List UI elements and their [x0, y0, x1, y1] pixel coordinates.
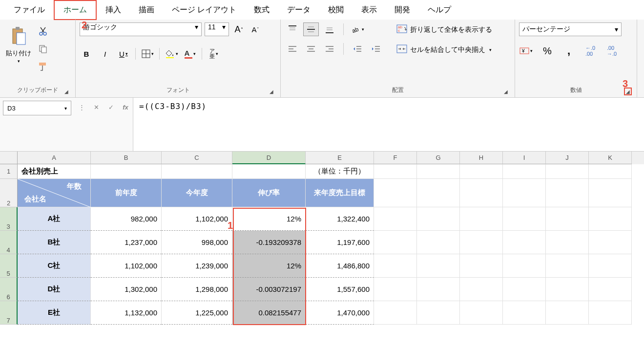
font-name-select[interactable]: 游ゴシック ▾	[80, 22, 202, 36]
italic-button[interactable]: I	[98, 47, 112, 61]
cell[interactable]	[589, 278, 632, 301]
menu-review[interactable]: 校閲	[319, 1, 353, 19]
copy-icon[interactable]	[36, 43, 50, 55]
cell-company[interactable]: B社	[18, 231, 91, 254]
align-right-icon[interactable]	[322, 42, 337, 56]
accounting-format-button[interactable]: ¥▾	[519, 44, 533, 58]
borders-button[interactable]: ▾	[141, 47, 154, 61]
menu-formulas[interactable]: 数式	[245, 1, 278, 19]
font-launcher[interactable]: ◢	[268, 88, 275, 95]
cell-title[interactable]: 会社別売上	[18, 164, 91, 179]
bold-button[interactable]: B	[80, 47, 93, 61]
cell-header-corner[interactable]: 年数 会社名	[18, 179, 91, 207]
align-top-icon[interactable]	[285, 22, 300, 36]
cell[interactable]	[503, 301, 546, 325]
menu-page-layout[interactable]: ページ レイアウト	[163, 1, 245, 19]
cell-target[interactable]: 1,322,400	[306, 207, 374, 231]
cell[interactable]	[162, 164, 232, 179]
cell[interactable]	[460, 179, 503, 207]
menu-draw[interactable]: 描画	[130, 1, 163, 19]
col-header-rate[interactable]: 伸び率	[232, 179, 306, 207]
cell-curr[interactable]: 1,225,000	[162, 301, 232, 325]
cell[interactable]	[546, 278, 589, 301]
cell[interactable]	[589, 179, 632, 207]
cell[interactable]	[374, 207, 417, 231]
col-header-A[interactable]: A	[18, 152, 91, 164]
col-header-G[interactable]: G	[417, 152, 460, 164]
phonetic-button[interactable]: ア亜▾	[207, 47, 221, 61]
col-header-I[interactable]: I	[503, 152, 546, 164]
cell[interactable]	[503, 207, 546, 231]
cell-target[interactable]: 1,486,800	[306, 254, 374, 278]
cell-prev[interactable]: 982,000	[91, 207, 162, 231]
orientation-button[interactable]: ab▾	[350, 22, 365, 36]
cell[interactable]	[374, 254, 417, 278]
cell[interactable]	[546, 207, 589, 231]
menu-developer[interactable]: 開発	[386, 1, 419, 19]
select-all-corner[interactable]	[0, 152, 18, 164]
font-color-button[interactable]: A▾	[183, 47, 197, 61]
col-header-B[interactable]: B	[91, 152, 162, 164]
cut-icon[interactable]	[36, 25, 50, 37]
row-header[interactable]: 7	[0, 301, 18, 325]
fx-icon[interactable]: fx	[120, 102, 131, 112]
cell[interactable]	[460, 231, 503, 254]
menu-home[interactable]: ホーム	[54, 0, 97, 20]
merge-center-button[interactable]: セルを結合して中央揃え ▾	[394, 43, 495, 57]
cell[interactable]	[460, 301, 503, 325]
col-header-prev[interactable]: 前年度	[91, 179, 162, 207]
cell[interactable]	[589, 231, 632, 254]
comma-button[interactable]: ,	[562, 44, 576, 58]
decrease-font-icon[interactable]: A˅	[249, 22, 262, 36]
percent-button[interactable]: %	[540, 44, 554, 58]
cell[interactable]	[374, 278, 417, 301]
cell[interactable]	[374, 164, 417, 179]
col-header-E[interactable]: E	[306, 152, 374, 164]
cell-curr[interactable]: 1,298,000	[162, 278, 232, 301]
cell[interactable]	[503, 179, 546, 207]
cell-target[interactable]: 1,557,600	[306, 278, 374, 301]
font-size-select[interactable]: 11 ▾	[205, 22, 229, 36]
cell[interactable]	[503, 254, 546, 278]
cell-company[interactable]: C社	[18, 254, 91, 278]
name-box[interactable]: D3▾	[3, 101, 71, 115]
menu-file[interactable]: ファイル	[5, 1, 54, 19]
col-header-K[interactable]: K	[589, 152, 632, 164]
align-middle-icon[interactable]	[303, 22, 319, 36]
cell[interactable]	[503, 278, 546, 301]
wrap-text-button[interactable]: abc 折り返して全体を表示する	[394, 22, 495, 37]
cell[interactable]	[546, 179, 589, 207]
cell[interactable]	[417, 164, 460, 179]
col-header-curr[interactable]: 今年度	[162, 179, 232, 207]
cell[interactable]	[460, 254, 503, 278]
cell[interactable]	[589, 164, 632, 179]
menu-insert[interactable]: 挿入	[97, 1, 130, 19]
col-header-target[interactable]: 来年度売上目標	[306, 179, 374, 207]
cell-prev[interactable]: 1,302,000	[91, 278, 162, 301]
cell-company[interactable]: E社	[18, 301, 91, 325]
col-header-C[interactable]: C	[162, 152, 232, 164]
cell[interactable]	[546, 254, 589, 278]
alignment-launcher[interactable]: ◢	[502, 88, 510, 95]
cell[interactable]	[546, 301, 589, 325]
cell-company[interactable]: A社	[18, 207, 91, 231]
cell-prev[interactable]: 1,237,000	[91, 231, 162, 254]
cell-rate[interactable]: -0.193209378	[232, 231, 306, 254]
underline-button[interactable]: U▾	[117, 47, 130, 61]
increase-font-icon[interactable]: A˄	[232, 22, 246, 36]
cell[interactable]	[417, 231, 460, 254]
cell[interactable]	[589, 254, 632, 278]
row-header[interactable]: 5	[0, 254, 18, 278]
menu-help[interactable]: ヘルプ	[419, 1, 460, 19]
col-header-F[interactable]: F	[374, 152, 417, 164]
fb-dropdown-icon[interactable]: ⋮	[76, 102, 87, 112]
cell-rate[interactable]: 0.082155477	[232, 301, 306, 325]
col-header-J[interactable]: J	[546, 152, 589, 164]
cell[interactable]	[374, 231, 417, 254]
cell-prev[interactable]: 1,132,000	[91, 301, 162, 325]
paste-button[interactable]: 貼り付け ▾	[4, 22, 33, 66]
cell-curr[interactable]: 998,000	[162, 231, 232, 254]
cell-unit[interactable]: （単位：千円）	[306, 164, 374, 179]
increase-indent-icon[interactable]	[368, 42, 384, 56]
decrease-indent-icon[interactable]	[350, 42, 365, 56]
